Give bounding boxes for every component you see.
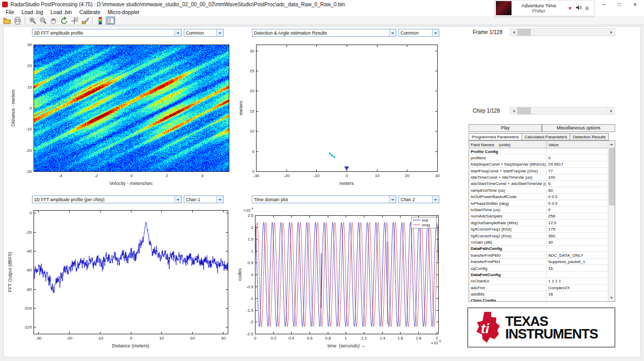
chevron-down-icon[interactable]	[389, 29, 396, 36]
zoom-out-icon[interactable]	[38, 16, 48, 25]
table-row[interactable]: Profile Config	[469, 148, 608, 155]
table-row[interactable]: txStartTime (us)0	[469, 207, 608, 213]
scroll-up-icon[interactable]	[608, 141, 615, 147]
table-row[interactable]: transferFmtPkt0ADC_DATA_ONLY	[469, 252, 608, 258]
table-row[interactable]: hpfCornerFreq2 (Khz)350	[469, 233, 608, 239]
table-row[interactable]: rxChanEn1 1 1 1	[469, 278, 608, 285]
table-row[interactable]: Chirp Config	[469, 298, 608, 302]
time-domain-plot[interactable]	[236, 205, 445, 357]
plot4-channel-select[interactable]: Chan 2	[398, 195, 439, 203]
scroll-left-icon[interactable]	[510, 107, 517, 114]
chevron-down-icon[interactable]	[174, 29, 181, 36]
detection-scatter-plot[interactable]	[236, 38, 443, 195]
fft-profile-plot[interactable]	[5, 205, 235, 357]
table-row[interactable]: adcBits16	[469, 291, 608, 298]
chevron-down-icon[interactable]	[216, 29, 223, 36]
plot2-channel-value: Common	[399, 29, 432, 36]
table-row[interactable]: cqConfig16	[469, 265, 608, 271]
value-cell: 16	[547, 265, 608, 271]
pan-hand-icon[interactable]	[49, 16, 58, 25]
chevron-down-icon[interactable]	[174, 196, 181, 203]
table-scroll-thumb[interactable]	[609, 148, 615, 205]
chevron-down-icon[interactable]	[216, 196, 223, 203]
plot2-type-select[interactable]: Detection & Angle estimation Results	[252, 29, 396, 37]
value-cell: 100	[547, 174, 608, 180]
table-row[interactable]: txPhaseShifter (deg)0 0 0	[469, 200, 608, 206]
maximize-button[interactable]: □	[612, 0, 627, 9]
table-row[interactable]: rxGain (dB)30	[469, 239, 608, 245]
table-scrollbar[interactable]	[608, 141, 615, 301]
chevron-down-icon[interactable]	[389, 196, 396, 203]
chevron-down-icon[interactable]	[432, 196, 439, 203]
table-row[interactable]: rampEndTime (us)60	[469, 187, 608, 193]
chevron-down-icon[interactable]	[432, 29, 439, 36]
plot2-type-value: Detection & Angle estimation Results	[252, 29, 389, 36]
album-art[interactable]	[496, 1, 512, 15]
scroll-down-icon[interactable]	[608, 295, 615, 301]
minimize-button[interactable]: ─	[596, 0, 612, 9]
logo-line2: INSTRUMENTS	[505, 327, 598, 340]
plot3-type-select[interactable]: 1D FFT amplitude profile (per chirp)	[32, 195, 182, 203]
scroll-right-icon[interactable]	[607, 29, 615, 36]
plot3-channel-select[interactable]: Chan 1	[184, 195, 224, 203]
plot1-channel-select[interactable]: Common	[184, 29, 224, 37]
favorite-heart-icon[interactable]: ♥	[566, 5, 574, 11]
plot4-type-select[interactable]: Time domain plot	[252, 195, 396, 203]
chirp-scroll-thumb[interactable]	[517, 107, 531, 114]
plot4-channel-value: Chan 2	[399, 196, 432, 203]
rotate-3d-icon[interactable]	[59, 16, 69, 25]
range-velocity-heatmap[interactable]	[8, 38, 234, 195]
field-name-cell: profileId	[469, 155, 547, 160]
insert-colorbar-icon[interactable]	[95, 16, 105, 25]
table-row[interactable]: adcStartTimeConst + adcStartTimeVar (us)…	[469, 181, 608, 187]
tab-programmed-parameters[interactable]: Programmed Parameters	[469, 133, 522, 140]
toolbar-separator	[92, 17, 93, 24]
table-row[interactable]: profileId0	[469, 155, 608, 161]
scroll-right-icon[interactable]	[607, 107, 615, 114]
table-row[interactable]: digOutSampleRate (Mhz)12.5	[469, 220, 608, 226]
insert-legend-icon[interactable]	[106, 16, 115, 25]
toolbar	[0, 16, 644, 25]
menu-icon[interactable]: ≡	[583, 5, 591, 12]
frame-scroll-thumb[interactable]	[517, 29, 531, 36]
plot1-type-select[interactable]: 2D FFT amplitude profile	[32, 29, 182, 37]
value-cell: Suppress_packet_1	[547, 259, 608, 265]
window-title: RadarStudio PostProcessing (4.75) : D:\m…	[10, 2, 345, 7]
table-row[interactable]: adcFmtComplex2X	[469, 285, 608, 291]
chirp-label: Chirp 1/128	[473, 108, 500, 114]
menu-micro-doppler[interactable]: Micro-doppler	[104, 9, 143, 16]
volume-icon[interactable]	[574, 5, 583, 12]
table-row[interactable]: txOutPowerBackoffCode0 0 0	[469, 194, 608, 200]
table-row[interactable]: DataPathConfig	[469, 246, 608, 252]
menu-load-bin[interactable]: Load .bin	[47, 9, 75, 16]
table-row[interactable]: freqSlopeConst + freqSlopeVar (Mhz/us)29…	[469, 161, 608, 168]
table-row[interactable]: idleTimeConst + idleTimeVar (us)100	[469, 174, 608, 181]
tab-calculated-parameters[interactable]: Calculated Parameters	[522, 133, 570, 140]
parameter-tabs: Programmed ParametersCalculated Paramete…	[469, 133, 609, 140]
zoom-in-icon[interactable]	[28, 16, 37, 25]
field-name-cell: Chirp Config	[469, 298, 547, 302]
print-icon[interactable]	[13, 16, 22, 25]
scroll-left-icon[interactable]	[510, 29, 517, 36]
table-row[interactable]: DataFmtConfig	[469, 271, 608, 278]
chirp-scrollbar[interactable]	[509, 107, 615, 115]
value-cell: 29.9817	[547, 161, 608, 167]
table-row[interactable]: startFreqConst + startFreqVar (Ghz)77	[469, 168, 608, 174]
brush-icon[interactable]	[80, 16, 90, 25]
menu-calibrate[interactable]: Calibrate	[75, 9, 104, 16]
track-title: Adventure Time	[512, 3, 566, 8]
tab-detection-results[interactable]: Detection Results	[570, 133, 609, 140]
plot4-type-value: Time domain plot	[252, 196, 389, 203]
close-button[interactable]: ×	[627, 0, 643, 9]
open-folder-icon[interactable]	[2, 16, 12, 25]
plot2-channel-select[interactable]: Common	[398, 29, 439, 37]
play-button[interactable]: Play	[469, 124, 542, 132]
miscellaneous-options-button[interactable]: Miscellaneous options	[542, 124, 615, 132]
frame-scrollbar[interactable]	[509, 28, 615, 36]
menu-file[interactable]: File	[2, 9, 18, 16]
menu-load-log[interactable]: Load .log	[18, 9, 47, 16]
table-row[interactable]: numAdcSamples256	[469, 213, 608, 220]
table-row[interactable]: transferFmtPkt1Suppress_packet_1	[469, 259, 608, 265]
table-row[interactable]: hpfCornerFreq1 (Khz)175	[469, 226, 608, 233]
data-cursor-icon[interactable]	[70, 16, 79, 25]
